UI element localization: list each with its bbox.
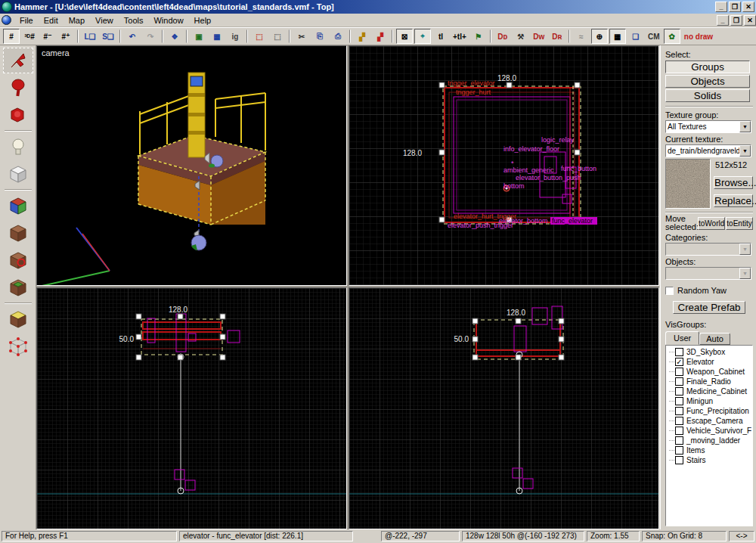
menu-item[interactable]: Edit <box>39 14 64 26</box>
texture-group-dropdown[interactable]: All Textures ▼ <box>665 120 751 133</box>
viewport-2d-side[interactable]: 128.0 50.0 <box>349 287 659 529</box>
menu-item[interactable]: Help <box>189 14 217 26</box>
visgroup-item[interactable]: Func_Precipitation <box>669 406 752 416</box>
visgroup-item[interactable]: Items <box>669 445 752 455</box>
tab-user[interactable]: User <box>665 331 699 345</box>
visgroup-item[interactable]: _moving_ladder <box>669 436 752 445</box>
visgroup-item[interactable]: Stairs <box>669 455 752 465</box>
paste-icon[interactable]: ⎙ <box>330 29 346 44</box>
mdi-minimize-button[interactable]: _ <box>717 15 729 26</box>
camera-tool[interactable] <box>3 102 33 128</box>
cut-icon[interactable]: ✂ <box>293 29 310 44</box>
save-window-state-icon[interactable]: S❏ <box>100 29 116 44</box>
chevron-down-icon[interactable]: ▼ <box>739 121 751 132</box>
visgroup-item[interactable]: Elevator <box>669 357 752 367</box>
undo-icon[interactable]: ↶ <box>124 29 141 44</box>
group-icon[interactable]: ▣ <box>191 29 207 44</box>
to-entity-button[interactable]: toEntity <box>726 217 753 230</box>
create-prefab-button[interactable]: Create Prefab <box>673 301 745 314</box>
visgroup-checkbox[interactable] <box>675 436 683 445</box>
redo-icon[interactable]: ↷ <box>142 29 159 44</box>
magnify-tool[interactable] <box>3 75 33 101</box>
visgroup-item[interactable]: Escape_Camera <box>669 416 752 426</box>
visgroup-item[interactable]: 3D_Skybox <box>669 347 752 357</box>
visgroup-checkbox[interactable] <box>675 387 683 396</box>
flip-flags-icon[interactable]: ⚑ <box>470 29 487 44</box>
selection-bounds-icon[interactable]: ⊠ <box>396 29 413 44</box>
no-draw-icon[interactable]: no draw <box>682 29 715 44</box>
cm-icon[interactable]: CM <box>646 29 662 44</box>
visgroup-checkbox[interactable] <box>675 446 683 455</box>
menu-item[interactable]: View <box>90 14 119 26</box>
visgroup-item[interactable]: Finale_Radio <box>669 377 752 386</box>
visgroup-checkbox[interactable] <box>675 397 683 405</box>
decal-tool[interactable] <box>3 247 33 273</box>
menu-item[interactable]: Window <box>148 14 188 26</box>
object-properties-icon[interactable]: ❖ <box>166 29 183 44</box>
toggle-grid-3d-icon[interactable]: ³ᴰ# <box>21 29 38 44</box>
select-objects-button[interactable]: Objects <box>665 75 750 88</box>
cordon-icon[interactable]: ⊕ <box>591 29 608 44</box>
visgroup-checkbox[interactable] <box>675 377 683 386</box>
visgroup-checkbox[interactable] <box>675 407 683 415</box>
grid-larger-icon[interactable]: #⁺ <box>57 29 74 44</box>
toggle-model-fade-icon[interactable]: Dʀ <box>549 29 565 44</box>
visgroup-checkbox[interactable] <box>675 456 683 464</box>
hide-unselected-icon[interactable]: ⬚ <box>269 29 286 44</box>
mdi-close-button[interactable]: ✕ <box>744 15 756 26</box>
hide-selected-icon[interactable]: ⬚ <box>251 29 268 44</box>
new-instance-icon[interactable]: ❏ <box>627 29 644 44</box>
random-yaw-checkbox[interactable] <box>665 287 674 295</box>
clip-tool[interactable] <box>3 306 33 332</box>
maximize-button[interactable]: ❐ <box>729 2 741 12</box>
visgroup-checkbox[interactable] <box>675 368 683 376</box>
load-window-state-icon[interactable]: L❏ <box>82 29 98 44</box>
current-texture-dropdown[interactable]: de_train/blendgraveldirt ▼ <box>665 144 751 157</box>
visgroup-item[interactable]: Medicine_Cabinet <box>669 386 752 396</box>
visgroup-item[interactable]: Minigun <box>669 396 752 406</box>
viewport-3d-camera[interactable]: camera <box>36 45 347 286</box>
viewport-2d-front[interactable]: 128.0 50.0 <box>36 287 347 529</box>
visgroup-item[interactable]: Weapon_Cabinet <box>669 367 752 377</box>
menu-item[interactable]: Map <box>64 14 90 26</box>
chevron-down-icon[interactable]: ▼ <box>739 145 751 157</box>
toggle-models-2d-icon[interactable]: Dᴡ <box>531 29 547 44</box>
vertex-tool[interactable] <box>3 334 33 359</box>
toggle-helpers-icon[interactable]: Dᴅ <box>494 29 511 44</box>
apply-texture-tool[interactable] <box>3 220 33 246</box>
select-solids-button[interactable]: Solids <box>665 89 750 102</box>
quick-hide-grid-icon[interactable]: ▦ <box>609 29 626 44</box>
visgroup-item[interactable]: Vehicle_Survivor_F <box>669 426 752 436</box>
selection-handles-icon[interactable]: ⌖ <box>414 29 431 44</box>
texture-scale-lock-icon[interactable]: +tl+ <box>451 29 469 44</box>
block-tool[interactable] <box>3 161 33 187</box>
menu-item[interactable]: Tools <box>119 14 149 26</box>
copy-icon[interactable]: ⎘ <box>311 29 328 44</box>
toggle-grid-2d-icon[interactable]: # <box>3 29 20 44</box>
grid-smaller-icon[interactable]: #⁻ <box>39 29 56 44</box>
selection-tool[interactable] <box>3 48 33 73</box>
texture-lock-icon[interactable]: tl <box>432 29 449 44</box>
tab-auto[interactable]: Auto <box>699 333 730 345</box>
viewport-2d-top[interactable]: 128.0 128.0 trigger_elevator trigger_hur… <box>349 45 659 286</box>
objects-dropdown[interactable]: ▼ <box>665 267 751 280</box>
visgroup-checkbox[interactable] <box>675 358 683 366</box>
hatch-red-icon[interactable]: ▞ <box>372 29 389 44</box>
browse-button[interactable]: Browse... <box>714 176 753 189</box>
ungroup-icon[interactable]: ▦ <box>209 29 225 44</box>
carve-icon[interactable]: ⚒ <box>513 29 529 44</box>
texture-application-tool[interactable] <box>3 193 33 219</box>
replace-button[interactable]: Replace... <box>714 194 753 207</box>
categories-dropdown[interactable]: ▼ <box>665 243 751 256</box>
visgroup-checkbox[interactable] <box>675 417 683 425</box>
visgroup-checkbox[interactable] <box>675 348 683 356</box>
soundscape-icon[interactable]: ≈ <box>573 29 590 44</box>
entity-tool[interactable] <box>3 134 33 160</box>
select-groups-button[interactable]: Groups <box>665 61 750 73</box>
to-world-button[interactable]: toWorld <box>698 217 725 230</box>
model-leaf-icon[interactable]: ✿ <box>664 29 680 44</box>
minimize-button[interactable]: _ <box>715 2 727 12</box>
overlay-tool[interactable] <box>3 275 33 300</box>
menu-item[interactable]: File <box>14 14 39 26</box>
mdi-restore-button[interactable]: ❐ <box>730 15 742 26</box>
